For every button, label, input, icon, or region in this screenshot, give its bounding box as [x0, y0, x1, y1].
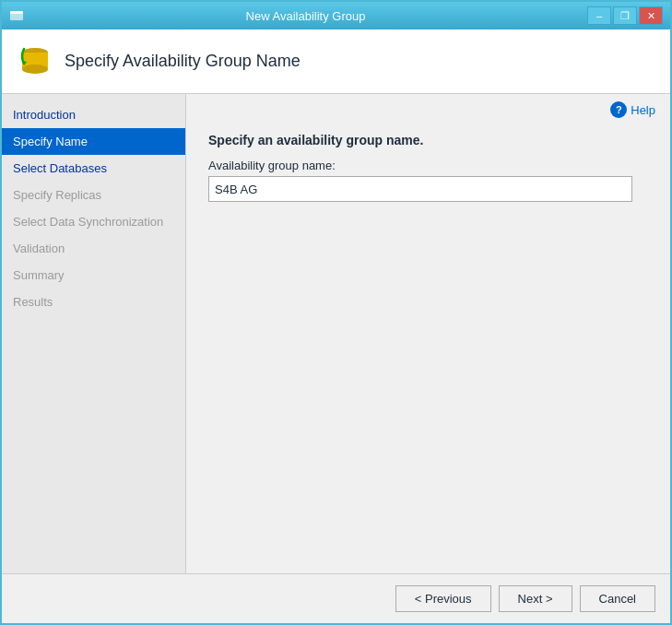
field-label: Availability group name: [208, 159, 648, 172]
help-bar: ? Help [186, 94, 670, 125]
instruction-text: Specify an availability group name. [208, 133, 648, 147]
availability-group-name-input[interactable] [208, 176, 632, 202]
previous-button[interactable]: < Previous [395, 585, 491, 612]
main-body: Specify an availability group name. Avai… [186, 125, 670, 573]
minimize-button[interactable]: – [587, 6, 611, 25]
next-button[interactable]: Next > [499, 585, 572, 612]
header-bar: Specify Availability Group Name [2, 29, 670, 94]
window-title: New Availability Group [24, 9, 587, 23]
sidebar-item-select-databases[interactable]: Select Databases [2, 155, 185, 182]
header-title: Specify Availability Group Name [65, 52, 301, 71]
sidebar-item-specify-replicas: Specify Replicas [2, 182, 185, 208]
svg-point-4 [22, 65, 48, 74]
sidebar-item-summary: Summary [2, 262, 185, 289]
window-controls: – ❐ ✕ [587, 6, 663, 25]
svg-rect-1 [10, 11, 23, 14]
header-db-icon [17, 43, 53, 80]
sidebar: Introduction Specify Name Select Databas… [2, 94, 186, 573]
sidebar-item-results: Results [2, 289, 185, 315]
close-button[interactable]: ✕ [639, 6, 663, 25]
sidebar-item-introduction[interactable]: Introduction [2, 101, 185, 128]
sidebar-item-validation: Validation [2, 235, 185, 262]
title-bar: New Availability Group – ❐ ✕ [2, 2, 670, 29]
main-window: New Availability Group – ❐ ✕ Specify Ava… [0, 0, 672, 625]
window-icon [9, 8, 24, 23]
restore-button[interactable]: ❐ [613, 6, 637, 25]
sidebar-item-specify-name[interactable]: Specify Name [2, 128, 185, 155]
footer-bar: < Previous Next > Cancel [2, 573, 670, 623]
cancel-button[interactable]: Cancel [580, 585, 655, 612]
content-area: Introduction Specify Name Select Databas… [2, 94, 670, 573]
help-icon: ? [610, 101, 627, 118]
help-link[interactable]: ? Help [610, 101, 655, 118]
main-content: ? Help Specify an availability group nam… [186, 94, 670, 573]
help-label: Help [631, 103, 655, 117]
sidebar-item-select-data-sync: Select Data Synchronization [2, 208, 185, 235]
